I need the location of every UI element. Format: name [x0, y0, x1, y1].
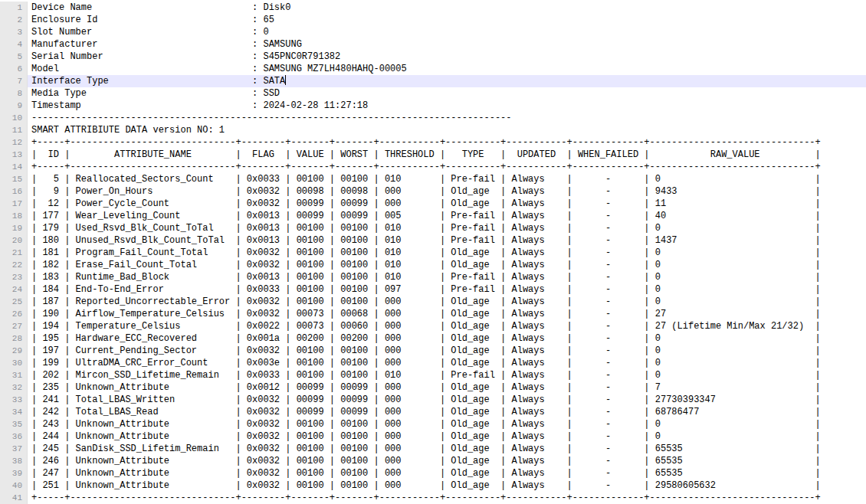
line-text[interactable]: | 180 | Unused_Rsvd_Blk_Count_ToTal | 0x…: [28, 234, 866, 247]
line-number: 9: [0, 100, 28, 112]
editor-line[interactable]: 5Serial Number : S45PNC0R791382: [0, 51, 866, 63]
editor-line[interactable]: 14+-----+------------------------------+…: [0, 161, 866, 173]
line-text[interactable]: | 251 | Unknown_Attribute | 0x0032 | 001…: [28, 479, 866, 492]
line-text[interactable]: SMART ATTRIBIUTE DATA version NO: 1: [28, 124, 866, 136]
editor-line[interactable]: 36| 244 | Unknown_Attribute | 0x0032 | 0…: [0, 430, 866, 443]
editor-line[interactable]: 20| 180 | Unused_Rsvd_Blk_Count_ToTal | …: [0, 234, 866, 247]
line-text[interactable]: +-----+------------------------------+--…: [28, 136, 866, 149]
text-caret: [285, 75, 286, 85]
editor-line[interactable]: 19| 179 | Used_Rsvd_Blk_Count_ToTal | 0x…: [0, 222, 866, 234]
editor-line[interactable]: 10--------------------------------------…: [0, 112, 866, 124]
editor-line[interactable]: 1Device Name : Disk0: [0, 2, 866, 14]
editor-line[interactable]: 16| 9 | Power_On_Hours | 0x0032 | 00098 …: [0, 185, 866, 198]
editor-line[interactable]: 12+-----+------------------------------+…: [0, 136, 866, 149]
editor-line[interactable]: 23| 183 | Runtime_Bad_Block | 0x0013 | 0…: [0, 271, 866, 283]
editor-line[interactable]: 6Model : SAMSUNG MZ7LH480HAHQ-00005: [0, 63, 866, 75]
line-text[interactable]: | 194 | Temperature_Celsius | 0x0022 | 0…: [28, 320, 866, 332]
editor-line[interactable]: 39| 247 | Unknown_Attribute | 0x0032 | 0…: [0, 467, 866, 479]
line-text[interactable]: Manufacturer : SAMSUNG: [28, 38, 866, 51]
line-number: 2: [0, 14, 28, 26]
editor-line[interactable]: 21| 181 | Program_Fail_Count_Total | 0x0…: [0, 247, 866, 259]
line-text[interactable]: | 181 | Program_Fail_Count_Total | 0x003…: [28, 247, 866, 259]
line-text[interactable]: | 179 | Used_Rsvd_Blk_Count_ToTal | 0x00…: [28, 222, 866, 234]
line-number: 17: [0, 198, 28, 210]
line-number: 27: [0, 320, 28, 332]
line-text[interactable]: | 183 | Runtime_Bad_Block | 0x0013 | 001…: [28, 271, 866, 283]
line-text[interactable]: +-----+------------------------------+--…: [28, 492, 866, 504]
line-text[interactable]: Enclosure Id : 65: [28, 14, 866, 26]
line-text[interactable]: | 245 | SanDisk_SSD_Lifetim_Remain | 0x0…: [28, 443, 866, 455]
line-text[interactable]: Slot Number : 0: [28, 26, 866, 38]
line-text[interactable]: Timestamp : 2024-02-28 11:27:18: [28, 100, 866, 112]
editor-line[interactable]: 35| 243 | Unknown_Attribute | 0x0032 | 0…: [0, 418, 866, 430]
editor-line[interactable]: 15| 5 | Reallocated_Sectors_Count | 0x00…: [0, 173, 866, 185]
line-text[interactable]: Media Type : SSD: [28, 87, 866, 100]
line-text[interactable]: | ID | ATTRIBUTE_NAME | FLAG | VALUE | W…: [28, 149, 866, 161]
editor-line[interactable]: 28| 195 | Hardware_ECC_Recovered | 0x001…: [0, 332, 866, 345]
line-text[interactable]: | 197 | Current_Pending_Sector | 0x0032 …: [28, 345, 866, 357]
editor-line[interactable]: 26| 190 | Airflow_Temperature_Celsius | …: [0, 308, 866, 320]
editor-line[interactable]: 17| 12 | Power_Cycle_Count | 0x0032 | 00…: [0, 198, 866, 210]
editor-line[interactable]: 32| 235 | Unknown_Attribute | 0x0012 | 0…: [0, 381, 866, 394]
editor-line[interactable]: 11SMART ATTRIBIUTE DATA version NO: 1: [0, 124, 866, 136]
editor-line[interactable]: 34| 242 | Total_LBAS_Read | 0x0032 | 000…: [0, 406, 866, 418]
text-editor[interactable]: 1Device Name : Disk02Enclosure Id : 653S…: [0, 0, 866, 504]
line-text[interactable]: | 9 | Power_On_Hours | 0x0032 | 00098 | …: [28, 185, 866, 198]
line-text[interactable]: | 190 | Airflow_Temperature_Celsius | 0x…: [28, 308, 866, 320]
line-text[interactable]: | 202 | Mircon_SSD_Lifetime_Remain | 0x0…: [28, 369, 866, 381]
editor-line[interactable]: 25| 187 | Reported_Uncorrectable_Error |…: [0, 296, 866, 308]
editor-line[interactable]: 2Enclosure Id : 65: [0, 14, 866, 26]
line-text[interactable]: | 241 | Total_LBAS_Written | 0x0032 | 00…: [28, 394, 866, 406]
editor-line[interactable]: 30| 199 | UltraDMA_CRC_Error_Count | 0x0…: [0, 357, 866, 369]
line-text[interactable]: | 184 | End-To-End_Error | 0x0033 | 0010…: [28, 283, 866, 296]
line-text[interactable]: | 199 | UltraDMA_CRC_Error_Count | 0x003…: [28, 357, 866, 369]
line-number: 25: [0, 296, 28, 308]
line-text[interactable]: +-----+------------------------------+--…: [28, 161, 866, 173]
editor-line[interactable]: 8Media Type : SSD: [0, 87, 866, 100]
line-text[interactable]: Serial Number : S45PNC0R791382: [28, 51, 866, 63]
line-number: 5: [0, 51, 28, 63]
line-text[interactable]: ----------------------------------------…: [28, 112, 866, 124]
line-text[interactable]: | 242 | Total_LBAS_Read | 0x0032 | 00099…: [28, 406, 866, 418]
line-number: 31: [0, 369, 28, 381]
editor-line[interactable]: 4Manufacturer : SAMSUNG: [0, 38, 866, 51]
editor-line[interactable]: 29| 197 | Current_Pending_Sector | 0x003…: [0, 345, 866, 357]
line-number: 20: [0, 234, 28, 247]
editor-line[interactable]: 38| 246 | Unknown_Attribute | 0x0032 | 0…: [0, 455, 866, 467]
line-text[interactable]: | 187 | Reported_Uncorrectable_Error | 0…: [28, 296, 866, 308]
line-text[interactable]: | 5 | Reallocated_Sectors_Count | 0x0033…: [28, 173, 866, 185]
line-text[interactable]: Device Name : Disk0: [28, 2, 866, 14]
editor-line[interactable]: 9Timestamp : 2024-02-28 11:27:18: [0, 100, 866, 112]
line-text[interactable]: | 235 | Unknown_Attribute | 0x0012 | 000…: [28, 381, 866, 394]
editor-line[interactable]: 37| 245 | SanDisk_SSD_Lifetim_Remain | 0…: [0, 443, 866, 455]
editor-line[interactable]: 33| 241 | Total_LBAS_Written | 0x0032 | …: [0, 394, 866, 406]
line-number: 19: [0, 222, 28, 234]
line-number: 18: [0, 210, 28, 222]
line-text[interactable]: | 247 | Unknown_Attribute | 0x0032 | 001…: [28, 467, 866, 479]
editor-line[interactable]: 13| ID | ATTRIBUTE_NAME | FLAG | VALUE |…: [0, 149, 866, 161]
editor-line[interactable]: 22| 182 | Erase_Fail_Count_Total | 0x003…: [0, 259, 866, 271]
line-text[interactable]: Interface Type : SATA: [28, 75, 866, 87]
line-number: 39: [0, 467, 28, 479]
line-text[interactable]: | 177 | Wear_Leveling_Count | 0x0013 | 0…: [28, 210, 866, 222]
editor-line[interactable]: 31| 202 | Mircon_SSD_Lifetime_Remain | 0…: [0, 369, 866, 381]
line-number: 8: [0, 87, 28, 100]
line-text[interactable]: | 12 | Power_Cycle_Count | 0x0032 | 0009…: [28, 198, 866, 210]
editor-line[interactable]: 40| 251 | Unknown_Attribute | 0x0032 | 0…: [0, 479, 866, 492]
editor-line[interactable]: 24| 184 | End-To-End_Error | 0x0033 | 00…: [0, 283, 866, 296]
line-text[interactable]: | 246 | Unknown_Attribute | 0x0032 | 001…: [28, 455, 866, 467]
line-number: 11: [0, 124, 28, 136]
line-text[interactable]: Model : SAMSUNG MZ7LH480HAHQ-00005: [28, 63, 866, 75]
line-text[interactable]: | 243 | Unknown_Attribute | 0x0032 | 001…: [28, 418, 866, 430]
line-text[interactable]: | 195 | Hardware_ECC_Recovered | 0x001a …: [28, 332, 866, 345]
line-number: 21: [0, 247, 28, 259]
line-number: 13: [0, 149, 28, 161]
editor-line-current[interactable]: 7Interface Type : SATA: [0, 75, 866, 87]
line-text[interactable]: | 244 | Unknown_Attribute | 0x0032 | 001…: [28, 430, 866, 443]
line-text[interactable]: | 182 | Erase_Fail_Count_Total | 0x0032 …: [28, 259, 866, 271]
line-number: 26: [0, 308, 28, 320]
editor-line[interactable]: 3Slot Number : 0: [0, 26, 866, 38]
editor-line[interactable]: 41+-----+------------------------------+…: [0, 492, 866, 504]
editor-line[interactable]: 18| 177 | Wear_Leveling_Count | 0x0013 |…: [0, 210, 866, 222]
editor-line[interactable]: 27| 194 | Temperature_Celsius | 0x0022 |…: [0, 320, 866, 332]
